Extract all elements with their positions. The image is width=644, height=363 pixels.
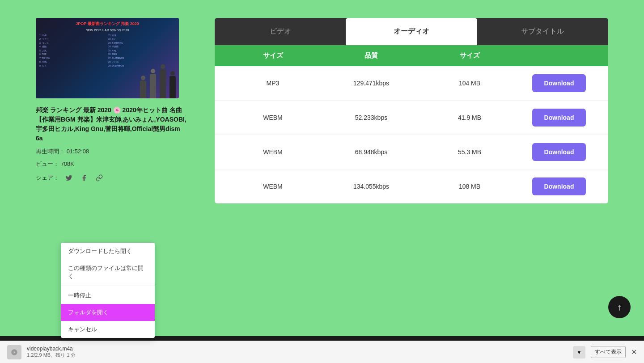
format-cell: WEBM: [224, 114, 322, 121]
share-label: シェア：: [36, 174, 59, 182]
twitter-share-icon[interactable]: [64, 173, 74, 183]
tab-bar: ビデオ オーディオ サブタイトル: [215, 18, 608, 45]
download-progress: 1.2/2.9 MB、残り 1 分: [27, 352, 568, 359]
context-open-after-download[interactable]: ダウンロードしたら開く: [61, 243, 155, 260]
scroll-top-button[interactable]: ↑: [608, 296, 631, 318]
duration-meta: 再生時間： 01:52:08: [36, 148, 188, 156]
views-value: 708K: [61, 160, 74, 167]
context-always-open-type[interactable]: この種類のファイルは常に開く: [61, 260, 155, 285]
thumbnail-subtitle: NEW POPULAR SONGS 2020: [86, 29, 129, 32]
download-info: videoplayback.m4a 1.2/2.9 MB、残り 1 分: [27, 346, 568, 359]
download-cell: Download: [519, 143, 599, 161]
col-quality-header: 品質: [322, 51, 420, 60]
size-cell: 108 MB: [420, 183, 519, 190]
col-format-header: サイズ: [224, 51, 322, 60]
views-label: ビュー：: [36, 160, 59, 167]
context-open-folder[interactable]: フォルダを開く: [61, 304, 155, 321]
download-cell: Download: [519, 74, 599, 92]
col-size-header: サイズ: [420, 51, 519, 60]
download-filename: videoplayback.m4a: [27, 346, 568, 352]
download-button[interactable]: Download: [532, 177, 586, 195]
download-expand-button[interactable]: ▼: [573, 346, 585, 359]
format-cell: WEBM: [224, 183, 322, 190]
views-meta: ビュー： 708K: [36, 160, 188, 168]
quality-cell: 134.055kbps: [322, 183, 420, 190]
size-cell: 104 MB: [420, 80, 519, 87]
context-menu: ダウンロードしたら開く この種類のファイルは常に開く 一時停止 フォルダを開く …: [61, 243, 155, 338]
quality-cell: 68.948kbps: [322, 148, 420, 156]
download-table: サイズ 品質 サイズ MP3 129.471kbps 104 MB Downlo…: [215, 45, 608, 203]
size-cell: 55.3 MB: [420, 148, 519, 156]
size-cell: 41.9 MB: [420, 114, 519, 121]
format-cell: MP3: [224, 80, 322, 87]
download-cell: Download: [519, 177, 599, 195]
context-divider: [61, 286, 155, 286]
close-download-bar-button[interactable]: ✕: [631, 348, 637, 356]
download-file-icon: [7, 345, 21, 359]
share-row: シェア：: [36, 173, 188, 183]
table-row: WEBM 134.055kbps 108 MB Download: [215, 169, 608, 203]
link-share-icon[interactable]: [94, 173, 105, 183]
scroll-top-icon: ↑: [617, 302, 622, 312]
tab-video[interactable]: ビデオ: [215, 18, 346, 45]
col-action-header: [519, 51, 599, 60]
quality-cell: 52.233kbps: [322, 114, 420, 121]
format-cell: WEBM: [224, 148, 322, 156]
show-all-downloads-button[interactable]: すべて表示: [591, 346, 626, 358]
context-pause[interactable]: 一時停止: [61, 287, 155, 304]
download-button[interactable]: Download: [532, 143, 586, 161]
context-cancel[interactable]: キャンセル: [61, 321, 155, 338]
download-button[interactable]: Download: [532, 74, 586, 92]
duration-value: 01:52:08: [67, 148, 89, 155]
duration-label: 再生時間：: [36, 148, 65, 155]
download-bar: videoplayback.m4a 1.2/2.9 MB、残り 1 分 ▼ すべ…: [0, 341, 644, 363]
quality-cell: 129.471kbps: [322, 80, 420, 87]
table-header: サイズ 品質 サイズ: [215, 45, 608, 66]
tab-audio[interactable]: オーディオ: [346, 18, 477, 45]
right-panel: ビデオ オーディオ サブタイトル サイズ 品質 サイズ MP3 129.471k…: [215, 18, 608, 283]
table-row: WEBM 68.948kbps 55.3 MB Download: [215, 135, 608, 169]
thumbnail-title: JPOP 最新曲ランキング 邦楽 2020: [76, 21, 139, 27]
video-thumbnail: JPOP 最新曲ランキング 邦楽 2020 NEW POPULAR SONGS …: [36, 18, 179, 98]
thumbnail-figures: [139, 64, 177, 98]
thumb-col-left: 1. LIVE2. ツアー3. ダンス4. 感動5. 人気6. TOP7. TO…: [39, 34, 106, 68]
video-title: 邦楽 ランキング 最新 2020 🌸 2020年ヒット曲 名曲 【作業用BGM …: [36, 106, 188, 143]
download-cell: Download: [519, 109, 599, 127]
tab-subtitle[interactable]: サブタイトル: [477, 18, 608, 45]
facebook-share-icon[interactable]: [79, 173, 89, 183]
download-button[interactable]: Download: [532, 109, 586, 127]
thumb-col-right: 21. 米津22. あい23. STARTING24. 宇多田25. King2…: [108, 34, 175, 68]
table-row: WEBM 52.233kbps 41.9 MB Download: [215, 101, 608, 135]
table-row: MP3 129.471kbps 104 MB Download: [215, 66, 608, 101]
